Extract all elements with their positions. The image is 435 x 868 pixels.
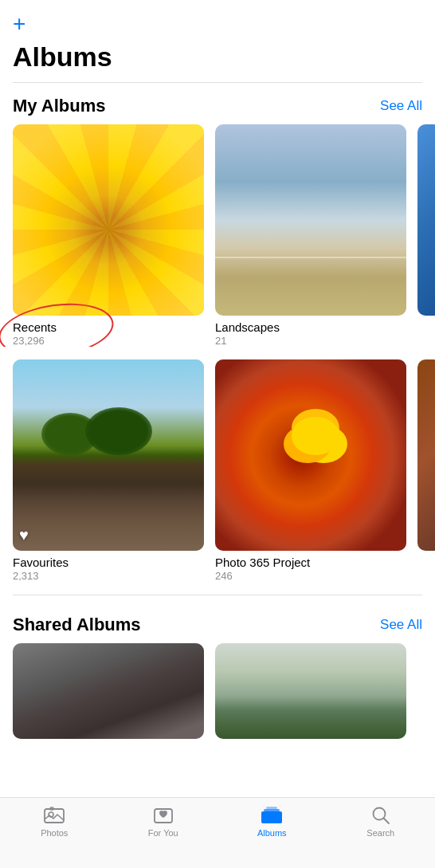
trees-thumbnail (13, 359, 204, 551)
album-recents[interactable]: Recents 23,296 (13, 124, 204, 347)
nav-photos[interactable]: Photos (0, 806, 109, 838)
albums-icon (261, 806, 283, 825)
album-partial-bottom[interactable] (417, 359, 435, 582)
favourites-label: Favourites 2,313 (13, 556, 204, 582)
my-albums-see-all[interactable]: See All (380, 98, 422, 114)
photos-icon (43, 806, 65, 825)
albums-row-1: Recents 23,296 Landscapes 21 (0, 124, 435, 347)
album-favourites[interactable]: ♥ Favourites 2,313 (13, 359, 204, 582)
shared-albums-header: Shared Albums See All (0, 602, 435, 643)
album-count-recents: 23,296 (13, 335, 204, 347)
svg-rect-5 (264, 809, 280, 811)
for-you-icon (152, 806, 174, 825)
shared-thumb-mist (215, 643, 406, 739)
bottom-nav: Photos For You Albums S (0, 797, 435, 868)
album-thumb-recents (13, 124, 204, 316)
shared-albums-title: Shared Albums (13, 615, 141, 635)
mist-thumbnail (215, 643, 406, 739)
album-name-recents: Recents (13, 320, 204, 334)
shared-albums-section: Shared Albums See All (0, 602, 435, 739)
album-count-landscapes: 21 (215, 335, 406, 347)
svg-rect-6 (266, 807, 277, 809)
top-bar: + (0, 0, 435, 41)
page-title: Albums (0, 41, 435, 82)
album-partial-top[interactable] (417, 124, 435, 347)
album-thumb-favourites: ♥ (13, 359, 204, 551)
album-name-landscapes: Landscapes (215, 320, 406, 334)
beach-thumbnail (215, 124, 406, 316)
heart-icon: ♥ (19, 526, 29, 544)
nav-search[interactable]: Search (327, 806, 436, 838)
albums-row-2: ♥ Favourites 2,313 Photo 365 Project 246 (0, 359, 435, 582)
album-thumb-partial-top (417, 124, 435, 316)
svg-line-8 (383, 819, 389, 824)
nav-for-you[interactable]: For You (109, 806, 218, 838)
photo365-label: Photo 365 Project 246 (215, 556, 406, 582)
nav-search-label: Search (366, 828, 394, 838)
album-thumb-photo365 (215, 359, 406, 551)
shared-divider (13, 595, 422, 595)
partial-r-thumbnail (417, 359, 435, 551)
nav-albums-label: Albums (257, 828, 287, 838)
add-button[interactable]: + (13, 13, 25, 35)
landscapes-label: Landscapes 21 (215, 320, 406, 347)
partial-blue-thumbnail (417, 124, 435, 316)
nav-albums[interactable]: Albums (217, 806, 327, 838)
shared-album-stones[interactable] (13, 643, 204, 739)
album-thumb-landscapes (215, 124, 406, 316)
search-icon (370, 806, 392, 825)
my-albums-header: My Albums See All (0, 83, 435, 124)
recents-label: Recents 23,296 (13, 320, 204, 347)
flower-thumbnail (13, 124, 204, 316)
nav-for-you-label: For You (148, 828, 178, 838)
shared-album-mist[interactable] (215, 643, 406, 739)
album-count-favourites: 2,313 (13, 570, 204, 582)
my-albums-title: My Albums (13, 96, 106, 116)
album-landscapes[interactable]: Landscapes 21 (215, 124, 406, 347)
svg-rect-4 (261, 811, 282, 823)
album-photo365[interactable]: Photo 365 Project 246 (215, 359, 406, 582)
shared-albums-see-all[interactable]: See All (380, 617, 422, 633)
album-thumb-partial-bottom (417, 359, 435, 551)
album-name-photo365: Photo 365 Project (215, 556, 406, 569)
stones-thumbnail (13, 643, 204, 739)
svg-rect-0 (45, 809, 64, 823)
orange-flower-thumbnail (215, 359, 406, 551)
nav-photos-label: Photos (41, 828, 68, 838)
shared-albums-row (0, 643, 435, 739)
shared-thumb-stones (13, 643, 204, 739)
album-count-photo365: 246 (215, 570, 406, 582)
album-name-favourites: Favourites (13, 556, 204, 569)
